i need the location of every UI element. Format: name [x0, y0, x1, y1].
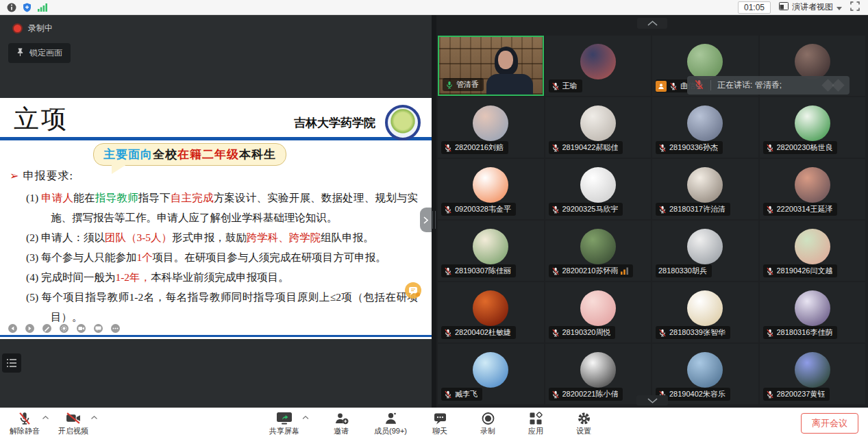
participant-namebar: 28190426闫文越	[763, 264, 838, 277]
slide-nav-toolbar	[8, 324, 120, 333]
participant-tile[interactable]: 28200221陈小倩	[545, 344, 652, 404]
record-dot-icon	[14, 25, 21, 32]
chevron-up-icon[interactable]	[42, 416, 49, 419]
fullscreen-button[interactable]	[850, 1, 860, 14]
chevron-up-icon[interactable]	[91, 416, 97, 419]
participant-tile[interactable]: 王瑜	[545, 36, 652, 96]
participant-tile[interactable]: 28200402杜敏婕	[438, 282, 544, 342]
camera-slide-button[interactable]	[77, 324, 86, 333]
pane-divider[interactable]	[432, 15, 436, 408]
participant-tile[interactable]: 28200216刘赔	[438, 97, 544, 158]
lock-view-label: 锁定画面	[29, 47, 62, 59]
laser-slide-button[interactable]	[60, 324, 69, 333]
start-video-button-label: 开启视频	[58, 426, 88, 436]
speaking-toast: 正在讲话: 管清香;	[687, 76, 850, 95]
collapse-panel-handle[interactable]	[420, 208, 432, 232]
unmute-button[interactable]: 解除静音	[10, 411, 40, 436]
participant-name: 28190422郝聪佳	[562, 142, 619, 153]
lock-view-button[interactable]: 锁定画面	[8, 43, 71, 63]
mic-status-icon	[669, 82, 678, 90]
participant-tile[interactable]: 28180316李佳荫	[760, 282, 866, 342]
participant-namebar: 28200230杨世良	[763, 141, 838, 154]
avatar	[580, 352, 616, 388]
participant-tile[interactable]: 28180317许治清	[652, 159, 758, 219]
participant-tile[interactable]: 28190320周悦	[545, 282, 652, 342]
unmute-button-label: 解除静音	[10, 426, 40, 436]
share-screen-button-label: 共享屏幕	[269, 426, 299, 436]
info-icon[interactable]	[7, 3, 16, 12]
participant-tile[interactable]: 28190336孙杰	[652, 97, 758, 158]
chat-button[interactable]: 聊天	[425, 411, 455, 436]
network-signal-icon[interactable]	[38, 3, 47, 12]
participant-tile[interactable]: 29200325马欣宇	[545, 159, 652, 219]
presentation-stage: 录制中 锁定画面 立项 吉林大学药学院 主要面向全校在籍二年级本科生 ➢ 申报要…	[0, 15, 432, 408]
participant-tile[interactable]: 管清香	[438, 36, 544, 96]
settings-button-label: 设置	[576, 426, 591, 436]
mic-status-icon	[444, 329, 452, 337]
view-mode-button[interactable]: 演讲者视图	[779, 1, 842, 13]
members-button[interactable]: 成员(99+)	[374, 411, 407, 436]
participant-namebar: 28190320周悦	[549, 326, 616, 339]
participant-tile[interactable]: 28200237黄钰	[760, 344, 866, 404]
avatar	[473, 352, 508, 388]
comment-slide-button[interactable]	[94, 324, 103, 333]
leave-meeting-button[interactable]: 离开会议	[801, 413, 858, 434]
next-slide-button[interactable]	[25, 324, 34, 333]
share-icon	[276, 411, 293, 425]
scroll-down-button[interactable]	[636, 395, 668, 405]
mic-status-icon	[551, 329, 560, 337]
participant-name: 09200328韦金平	[455, 204, 511, 214]
participant-tile[interactable]: 28180330胡兵	[652, 221, 758, 281]
annotation-button[interactable]	[404, 282, 422, 302]
mic-status-icon	[658, 205, 667, 214]
shield-icon[interactable]	[23, 3, 32, 12]
participant-name: 王瑜	[562, 81, 578, 91]
participant-namebar: 28180330胡兵	[656, 264, 712, 277]
start-video-button[interactable]: 开启视频	[58, 411, 88, 436]
hand-raise-badge	[656, 81, 667, 92]
recording-indicator: 录制中	[14, 23, 53, 34]
callout-bubble: 主要面向全校在籍二年级本科生	[93, 143, 286, 166]
org-name: 吉林大学药学院	[294, 115, 375, 131]
participant-tile[interactable]: 臧李飞	[438, 344, 544, 404]
participant-tile[interactable]: 09200328韦金平	[438, 159, 544, 219]
participant-tile[interactable]: 28200210苏怀雨	[545, 221, 652, 281]
window-topbar: 01:05 演讲者视图	[0, 0, 868, 15]
apps-button-label: 应用	[528, 426, 543, 436]
avatar	[687, 167, 723, 203]
record-button[interactable]: 录制	[473, 411, 503, 436]
avatar	[795, 229, 830, 264]
invite-icon	[334, 411, 349, 425]
scroll-up-button[interactable]	[637, 18, 667, 29]
mic-off-icon	[18, 411, 32, 425]
participant-namebar: 28200221陈小倩	[549, 388, 623, 401]
settings-button[interactable]: 设置	[569, 411, 599, 436]
participant-name: 22200314王延泽	[777, 204, 833, 214]
invite-button[interactable]: 邀请	[326, 411, 356, 436]
chevron-up-icon[interactable]	[302, 416, 308, 419]
participant-tile[interactable]: 28190426闫文越	[760, 221, 866, 281]
participant-namebar: 28200210苏怀雨	[549, 264, 634, 277]
participant-tile[interactable]: 22200314王延泽	[760, 159, 866, 219]
share-screen-button[interactable]: 共享屏幕	[269, 411, 299, 436]
prev-slide-button[interactable]	[8, 324, 17, 333]
avatar	[473, 229, 508, 264]
participant-tile[interactable]: 28180339张智华	[652, 282, 758, 342]
mic-status-icon	[551, 390, 560, 399]
participant-tile[interactable]: 28190402朱容乐	[652, 344, 758, 404]
participant-tile[interactable]: 28200230杨世良	[760, 97, 866, 158]
apps-button[interactable]: 应用	[521, 411, 551, 436]
participant-tile[interactable]: 28190307陈佳丽	[438, 221, 544, 281]
requirement-item: (1) 申请人能在指导教师指导下自主完成方案设计、实验开展、数据处理、规划与实施…	[26, 188, 418, 227]
avatar	[687, 44, 723, 79]
slide-rule-bottom	[0, 335, 432, 337]
pen-slide-button[interactable]	[42, 324, 51, 333]
participant-namebar: 28190336孙杰	[656, 141, 723, 154]
avatar	[795, 290, 830, 326]
participant-namebar: 28200216刘赔	[441, 141, 508, 154]
thumbnail-list-button[interactable]	[2, 353, 21, 373]
mic-status-icon	[766, 267, 774, 275]
more-slide-button[interactable]	[111, 324, 120, 333]
mic-status-icon	[444, 267, 452, 275]
participant-tile[interactable]: 28190422郝聪佳	[545, 97, 652, 158]
